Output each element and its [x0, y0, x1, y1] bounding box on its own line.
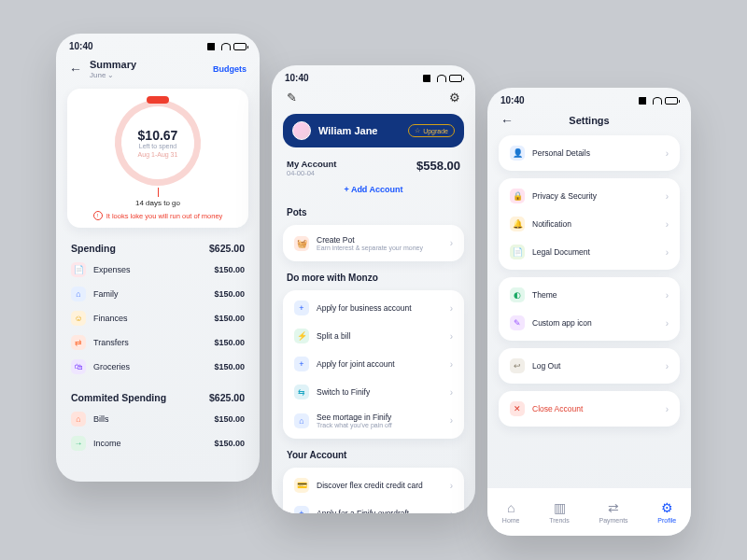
list-item[interactable]: +Apply for joint account›	[283, 350, 464, 378]
tab-home[interactable]: ⌂Home	[502, 500, 520, 524]
edit-icon[interactable]: ✎	[287, 91, 297, 105]
category-amount: $150.00	[214, 414, 245, 424]
profile-banner: Wiliam Jane ☆ Upgrade	[283, 114, 464, 147]
account-balance: $558.00	[416, 159, 460, 173]
list-item-title: Create Pot	[317, 235, 443, 245]
status-bar: 10:40	[272, 65, 475, 87]
spending-row[interactable]: 📄Expenses$150.00	[56, 258, 260, 282]
list-item[interactable]: ◐Theme›	[499, 281, 680, 309]
chevron-right-icon: ›	[666, 361, 669, 371]
upgrade-label: Upgrade	[423, 128, 448, 134]
category-icon: 📄	[71, 262, 86, 277]
tab-payments[interactable]: ⇄Payments	[599, 500, 627, 524]
category-amount: $150.00	[214, 289, 245, 299]
list-item-title: Apply for business account	[317, 303, 443, 313]
list-item-title: Custom app icon	[532, 318, 658, 328]
chevron-right-icon: ›	[666, 191, 669, 202]
tab-label: Trends	[549, 517, 570, 524]
account-row[interactable]: My Account 04-00-04 $558.00	[272, 153, 475, 179]
budgets-link[interactable]: Budgets	[213, 64, 247, 74]
battery-icon	[449, 75, 462, 82]
avatar[interactable]	[292, 121, 311, 140]
upgrade-button[interactable]: ☆ Upgrade	[408, 124, 455, 137]
category-amount: $150.00	[214, 265, 245, 274]
spending-row[interactable]: ⇄Transfers$150.00	[56, 330, 260, 355]
committed-title: Commited Spending	[71, 392, 166, 403]
list-item-icon: ✎	[510, 315, 525, 330]
list-item[interactable]: ⇆Switch to Finify›	[283, 378, 464, 406]
spending-row[interactable]: 🛍Groceries$150.00	[56, 355, 260, 379]
category-icon: 🛍	[71, 359, 86, 374]
tab-profile[interactable]: ⚙Profile	[657, 500, 676, 524]
list-item[interactable]: ⌂See mortage in FinifyTrack what you've …	[283, 406, 464, 435]
spending-row[interactable]: ⌂Family$150.00	[56, 282, 260, 306]
spending-row[interactable]: →Income$150.00	[56, 431, 260, 455]
list-item-title: Apply for a Finify overdraft	[317, 509, 443, 513]
list-item-icon: 👤	[510, 146, 525, 161]
list-item-title: Privacy & Security	[532, 191, 658, 201]
status-icons	[423, 75, 462, 82]
battery-icon	[665, 97, 678, 105]
signal-icon	[423, 75, 434, 82]
list-item[interactable]: 📄Legal Document›	[499, 238, 680, 266]
gear-icon[interactable]: ⚙	[449, 91, 460, 105]
list-item[interactable]: ✎Custom app icon›	[499, 309, 680, 337]
list-item[interactable]: ✕Close Account›	[499, 395, 680, 423]
chevron-right-icon: ›	[450, 303, 453, 314]
list-item-icon: ✕	[510, 401, 525, 416]
list-item[interactable]: ⚡Split a bill›	[283, 322, 464, 350]
screen-account: 10:40 ✎ ⚙ Wiliam Jane ☆ Upgrade My Accou…	[272, 65, 475, 513]
list-item-title: Close Account	[532, 404, 658, 413]
list-item[interactable]: 🔒Privacy & Security›	[499, 182, 680, 210]
tab-icon: ⌂	[507, 500, 514, 515]
status-icons	[207, 43, 247, 50]
list-item-icon: +	[294, 506, 309, 513]
chevron-right-icon: ›	[450, 481, 453, 491]
back-icon[interactable]: ←	[69, 62, 82, 77]
category-icon: ⌂	[71, 412, 86, 427]
wifi-icon	[221, 43, 231, 50]
status-bar: 10:40	[56, 34, 260, 55]
list-item-icon: ⇆	[294, 385, 309, 399]
category-label: Finances	[93, 314, 128, 323]
list-item-icon: ↩	[510, 358, 525, 373]
category-label: Income	[93, 439, 121, 448]
list-item-title: Discover flex credit credit card	[317, 481, 443, 490]
list-item-title: Apply for joint account	[317, 359, 443, 369]
page-title: Summary	[90, 59, 136, 70]
category-icon: ⌂	[71, 287, 86, 301]
list-item[interactable]: 💳Discover flex credit credit card›	[283, 471, 464, 499]
add-account-button[interactable]: + Add Account	[272, 179, 475, 203]
category-amount: $150.00	[214, 439, 245, 448]
month-selector[interactable]: June ⌄	[90, 71, 136, 79]
pots-title: Pots	[272, 203, 475, 221]
days-left: 14 days to go	[77, 199, 239, 207]
chevron-right-icon: ›	[450, 331, 453, 342]
chevron-right-icon: ›	[450, 387, 453, 398]
category-icon: ☺	[71, 311, 86, 326]
chevron-right-icon: ›	[450, 509, 453, 514]
list-item[interactable]: +Apply for a Finify overdraft›	[283, 499, 464, 513]
list-item[interactable]: +Apply for business account›	[283, 294, 464, 322]
category-amount: $150.00	[214, 314, 245, 323]
chevron-right-icon: ›	[450, 415, 453, 426]
list-item[interactable]: 🧺Create PotEarn interest & separate your…	[283, 229, 464, 258]
list-item[interactable]: ↩Log Out›	[499, 352, 680, 380]
spending-row[interactable]: ⌂Bills$150.00	[56, 407, 260, 431]
list-item-title: Log Out	[532, 361, 658, 371]
list-item[interactable]: 👤Personal Details›	[499, 139, 680, 167]
summary-card: $10.67 Left to spend Aug 1-Aug 31 14 day…	[67, 89, 248, 228]
list-item[interactable]: 🔔Notification›	[499, 210, 680, 238]
back-icon[interactable]: ←	[500, 113, 514, 128]
date-range: Aug 1-Aug 31	[138, 151, 178, 158]
spending-row[interactable]: ☺Finances$150.00	[56, 306, 260, 330]
account-number: 04-00-04	[287, 169, 336, 177]
list-item-title: Legal Document	[532, 247, 658, 257]
tab-trends[interactable]: ▥Trends	[549, 500, 570, 524]
spend-ring: $10.67 Left to spend Aug 1-Aug 31	[115, 100, 201, 186]
chevron-right-icon: ›	[450, 359, 453, 370]
list-item-icon: ⌂	[294, 413, 309, 428]
wifi-icon	[437, 75, 446, 82]
chevron-right-icon: ›	[666, 219, 669, 230]
committed-total: $625.00	[209, 392, 245, 403]
